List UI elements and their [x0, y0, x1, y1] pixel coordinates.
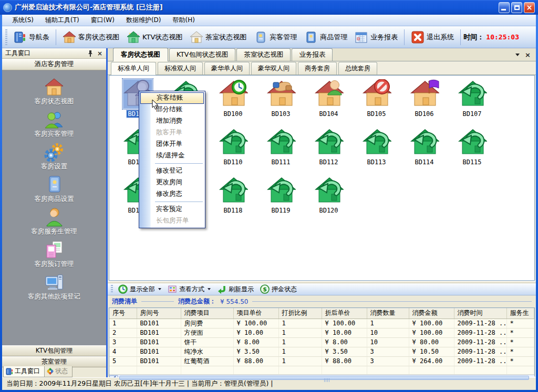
menu-item[interactable]: 系统(S) [6, 14, 39, 26]
context-menu-item[interactable]: 增加消费 [140, 115, 204, 127]
window-title: 广州爱启迪技术有限公司-酒店管理系统 [已注册] [15, 3, 497, 12]
table-header-cell[interactable]: 项目单价 [233, 308, 278, 319]
toolbar-button[interactable]: 客房状态视图 [59, 28, 123, 46]
sidebar-item[interactable]: 客房状态视图 [2, 76, 106, 108]
room-item[interactable]: BD107 [448, 79, 496, 127]
menu-item[interactable]: 帮助(H) [167, 14, 201, 26]
sidebar-close-icon[interactable]: × [96, 50, 104, 57]
pin-icon[interactable] [87, 50, 96, 57]
table-cell: 方便面 [181, 328, 233, 337]
room-type-tab[interactable]: 豪华单人间 [204, 62, 250, 75]
context-menu-item[interactable]: 团体开单 [140, 139, 204, 150]
context-menu-item[interactable]: 修改登记 [140, 165, 204, 177]
table-row[interactable]: 4BD101纯净水¥ 3.501¥ 3.503¥ 10.502009-11-28… [109, 347, 534, 356]
table-cell: 纯净水 [181, 347, 233, 356]
action-button[interactable]: 刷新显示 [214, 283, 257, 295]
main-tab[interactable]: 业务报表 [292, 48, 333, 61]
minimize-button[interactable] [499, 2, 510, 13]
room-item[interactable]: BD105 [353, 79, 400, 127]
room-item[interactable]: BD104 [305, 79, 353, 127]
main-tab[interactable]: KTV包间状态视图 [169, 48, 235, 61]
toolbar-button[interactable]: KTV状态视图 [123, 28, 186, 46]
toolbar-button[interactable]: 宾客管理 [250, 28, 301, 46]
toolbar-grip[interactable] [5, 29, 7, 45]
menu-item[interactable]: 辅助工具(T) [39, 14, 85, 26]
context-menu-item[interactable]: 续/退押金 [140, 150, 204, 162]
toolbar-button[interactable]: 退出系统 [407, 28, 458, 46]
room-item[interactable]: BD119 [257, 175, 305, 224]
table-header-cell[interactable]: 打折比例 [278, 308, 322, 319]
table-row[interactable]: 5BD101红葡萄酒¥ 88.001¥ 88.003¥ 264.002009-1… [109, 356, 534, 366]
table-header-cell[interactable]: 消费时间 [454, 308, 506, 319]
toolbar-button[interactable]: 茶室状态视图 [186, 28, 250, 46]
main-tab[interactable]: 客房状态视图 [113, 48, 168, 61]
sidebar-item[interactable]: 客房宾客管理 [2, 108, 106, 141]
sidebar-item[interactable]: 客房设置 [2, 141, 106, 173]
room-type-tab[interactable]: 总统套房 [338, 62, 377, 75]
room-item[interactable]: BD110 [209, 127, 257, 175]
maximize-button[interactable] [511, 2, 522, 13]
dropdown-arrow-icon[interactable] [158, 288, 161, 292]
sidebar-item[interactable]: 客房商品设置 [2, 173, 106, 206]
room-item[interactable]: BD111 [257, 127, 305, 175]
sidebar-item[interactable]: 客房预订管理 [2, 238, 106, 271]
action-button[interactable]: $押金状态 [257, 283, 300, 295]
context-menu-item[interactable]: 部分结账 [140, 104, 204, 115]
table-header-cell[interactable]: 房间号 [137, 308, 181, 319]
sidebar-bottom-tab[interactable]: 状态 [45, 366, 73, 377]
sidebar-collapsed-panel[interactable]: 茶室管理 [2, 356, 106, 367]
table-header-cell[interactable]: 消费项目 [181, 308, 233, 319]
action-button[interactable]: 查看方式 [164, 283, 214, 295]
scrollbar-thumb[interactable] [119, 376, 529, 380]
close-button[interactable]: × [524, 2, 535, 13]
table-cell: 10 [367, 328, 409, 337]
menu-item[interactable]: 数据维护(D) [120, 14, 167, 26]
room-item[interactable]: BD113 [353, 127, 400, 175]
room-type-tab[interactable]: 豪华双人间 [251, 62, 296, 75]
tab-close-icon[interactable]: × [525, 51, 531, 58]
exit-icon [411, 30, 425, 44]
sidebar-panel-title[interactable]: 酒店客房管理 [2, 59, 106, 70]
sidebar-body: 客房状态视图客房宾客管理客房设置客房商品设置客房服务生管理客房预订管理客房其他款… [2, 70, 106, 345]
horizontal-scrollbar[interactable] [109, 375, 534, 380]
dropdown-arrow-icon[interactable] [208, 288, 211, 292]
table-row[interactable]: 3BD101饼干¥ 8.001¥ 8.0010¥ 80.002009-11-28… [109, 337, 534, 347]
room-item[interactable]: BD114 [400, 127, 448, 175]
table-row[interactable]: 1BD101房间费¥ 100.001¥ 100.001¥ 100.002009-… [109, 319, 534, 328]
table-header-cell[interactable]: 序号 [109, 308, 137, 319]
room-type-tab[interactable]: 标准单人间 [111, 62, 156, 75]
room-item[interactable]: BD103 [257, 79, 305, 127]
room-item[interactable]: BD112 [305, 127, 353, 175]
menu-bar: 系统(S)辅助工具(T)窗口(W)数据维护(D)帮助(H) [2, 15, 536, 26]
room-blocked-icon [361, 79, 392, 109]
sidebar-collapsed-panel[interactable]: KTV包间管理 [2, 345, 106, 356]
context-menu-item[interactable]: 更改房间 [140, 177, 204, 188]
sidebar-item[interactable]: 客房服务生管理 [2, 206, 106, 238]
sidebar-bottom-tab[interactable]: 工具窗口 [3, 366, 45, 377]
room-type-tab[interactable]: 商务套房 [298, 62, 337, 75]
room-type-tab[interactable]: 标准双人间 [158, 62, 203, 75]
room-item[interactable]: BD120 [305, 175, 353, 224]
toolbar-button[interactable]: 商品管理 [301, 28, 351, 46]
table-header-cell[interactable]: 服务生 [506, 308, 534, 319]
room-item[interactable]: BD100 [209, 79, 257, 127]
room-item[interactable]: BD106 [400, 79, 448, 127]
toolbar-button[interactable]: 导航条 [9, 28, 53, 46]
toolbar-button[interactable]: 业务报表 [351, 28, 401, 46]
room-item[interactable]: BD118 [209, 175, 257, 224]
table-header-cell[interactable]: 折后单价 [322, 308, 367, 319]
context-menu-item[interactable]: 修改房态 [140, 188, 204, 200]
context-menu-item[interactable]: 宾客预定 [140, 204, 204, 215]
time-value: 10:25:03 [486, 33, 519, 41]
main-tab[interactable]: 茶室状态视图 [236, 48, 291, 61]
tab-scroll-down-icon[interactable] [515, 54, 520, 58]
menu-item[interactable]: 窗口(W) [85, 14, 120, 26]
sidebar-item[interactable]: 客房其他款项登记 [2, 271, 106, 303]
table-row[interactable]: 2BD101方便面¥ 10.001¥ 10.0010¥ 100.002009-1… [109, 328, 534, 337]
context-menu-item[interactable]: 宾客结账 [140, 92, 204, 104]
room-item[interactable]: BD115 [448, 127, 496, 175]
actions-toolbar-grip[interactable] [111, 285, 113, 293]
action-button[interactable]: 显示全部 [115, 283, 164, 295]
table-header-cell[interactable]: 消费金额 [409, 308, 454, 319]
table-header-cell[interactable]: 消费数量 [367, 308, 409, 319]
